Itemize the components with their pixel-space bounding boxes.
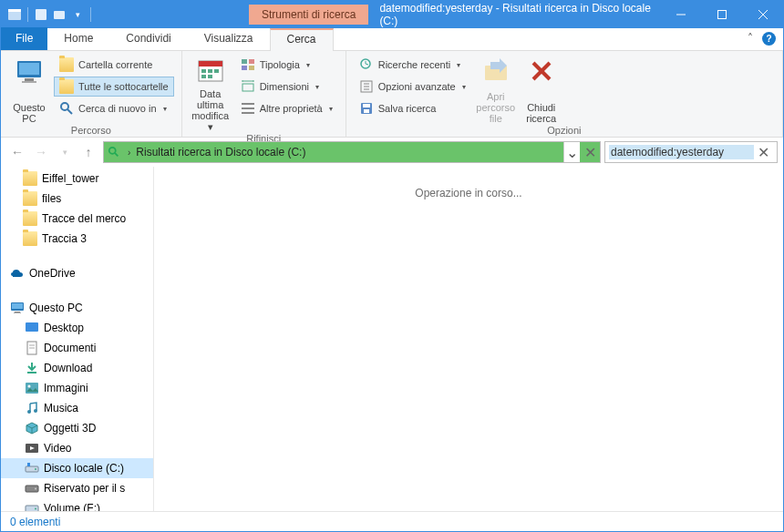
advanced-options-button[interactable]: Opzioni avanzate ▾ <box>354 77 471 97</box>
tree-item-label: Video <box>44 442 71 455</box>
calendar-icon <box>196 56 225 86</box>
ribbon-group-opzioni: Ricerche recenti ▾ Opzioni avanzate ▾ Sa… <box>346 51 783 137</box>
all-subfolders-label: Tutte le sottocartelle <box>78 81 169 92</box>
tree-item-downloads[interactable]: Download <box>1 358 153 378</box>
svg-point-57 <box>28 385 31 388</box>
nav-back-button[interactable]: ← <box>6 141 28 163</box>
folder-icon <box>23 211 37 226</box>
search-query-text[interactable]: datemodified:yesterday <box>609 145 754 159</box>
svg-rect-10 <box>25 78 34 81</box>
recent-searches-button[interactable]: Ricerche recenti ▾ <box>354 55 471 75</box>
tree-item-folder[interactable]: Traccia 3 <box>1 229 153 249</box>
svg-rect-63 <box>27 463 30 466</box>
tab-home[interactable]: Home <box>47 27 109 50</box>
address-bar[interactable]: › Risultati ricerca in Disco locale (C:)… <box>103 141 601 163</box>
music-icon <box>25 401 39 415</box>
address-refresh-stop-icon[interactable]: ✕ <box>580 142 600 162</box>
group-label-percorso: Percorso <box>8 124 174 136</box>
qa-newfolder-icon[interactable] <box>51 6 67 23</box>
tab-view[interactable]: Visualizza <box>188 27 270 50</box>
search-clear-icon[interactable]: ✕ <box>754 144 773 161</box>
loading-text: Operazione in corso... <box>415 187 521 200</box>
svg-line-13 <box>67 109 72 114</box>
monitor-icon <box>10 301 25 315</box>
chevron-down-icon: ▾ <box>329 105 333 113</box>
size-button[interactable]: Dimensioni ▾ <box>235 77 338 97</box>
navigation-pane[interactable]: Eiffel_tower files Tracce del merco Trac… <box>1 167 154 511</box>
chevron-down-icon: ▾ <box>163 105 167 113</box>
date-modified-label: Data ultima modifica <box>190 88 232 121</box>
tree-item-label: Tracce del merco <box>42 212 126 225</box>
navigation-bar: ← → ▾ ↑ › Risultati ricerca in Disco loc… <box>1 138 783 167</box>
qa-properties-icon[interactable] <box>33 6 49 23</box>
search-again-button[interactable]: Cerca di nuovo in ▾ <box>54 98 174 118</box>
drive-icon <box>25 501 39 511</box>
svg-rect-5 <box>717 11 726 19</box>
close-search-button[interactable]: Chiudi ricerca <box>521 55 562 124</box>
open-location-label: Apri percorso file <box>475 91 517 124</box>
group-label-opzioni: Opzioni <box>354 124 775 136</box>
svg-rect-15 <box>199 61 222 66</box>
tree-item-this-pc[interactable]: Questo PC <box>1 298 153 318</box>
tree-item-folder[interactable]: Tracce del merco <box>1 209 153 229</box>
tree-item-reserved[interactable]: Riservato per il s <box>1 478 153 498</box>
tree-item-videos[interactable]: Video <box>1 438 153 458</box>
svg-line-46 <box>115 153 119 157</box>
address-dropdown-icon[interactable]: ⌄ <box>563 142 580 162</box>
search-box[interactable]: datemodified:yesterday ✕ <box>604 141 778 163</box>
help-icon[interactable]: ? <box>762 32 776 46</box>
tree-item-folder[interactable]: Eiffel_tower <box>1 169 153 189</box>
video-icon <box>25 441 39 455</box>
minimize-button[interactable] <box>660 1 701 28</box>
tree-item-label: Riservato per il s <box>44 482 125 495</box>
maximize-button[interactable] <box>701 1 742 28</box>
advanced-icon <box>359 79 374 94</box>
qa-dropdown-icon[interactable]: ▾ <box>69 6 86 23</box>
tab-share[interactable]: Condividi <box>109 27 187 50</box>
other-props-label: Altre proprietà <box>260 103 323 114</box>
chevron-down-icon: ▾ <box>306 61 310 69</box>
this-pc-button[interactable]: Questo PC <box>8 55 50 124</box>
save-search-button[interactable]: Salva ricerca <box>354 98 471 118</box>
tree-item-label: Volume (F:) <box>44 502 100 511</box>
ribbon-collapse-icon[interactable]: ˄ <box>748 32 753 46</box>
svg-rect-3 <box>54 11 65 19</box>
breadcrumb-chevron-icon[interactable]: › <box>124 148 134 158</box>
tab-file[interactable]: File <box>1 27 47 50</box>
tree-item-documents[interactable]: Documenti <box>1 338 153 358</box>
tree-item-pictures[interactable]: Immagini <box>1 378 153 398</box>
tree-item-local-disk-c[interactable]: Disco locale (C:) <box>1 458 153 478</box>
other-props-button[interactable]: Altre proprietà ▾ <box>235 98 338 118</box>
recent-searches-label: Ricerche recenti <box>378 59 450 70</box>
nav-up-button[interactable]: ↑ <box>77 141 99 163</box>
svg-rect-24 <box>249 66 254 70</box>
tree-item-desktop[interactable]: Desktop <box>1 318 153 338</box>
tab-search[interactable]: Cerca <box>270 28 334 51</box>
search-again-label: Cerca di nuovo in <box>78 103 157 114</box>
nav-history-dropdown[interactable]: ▾ <box>54 141 76 163</box>
ribbon-tabstrip: File Home Condividi Visualizza Cerca ˄ ? <box>1 28 783 51</box>
svg-rect-17 <box>208 69 212 73</box>
type-button[interactable]: Tipologia ▾ <box>235 55 338 75</box>
svg-rect-30 <box>242 107 254 109</box>
current-folder-button[interactable]: Cartella corrente <box>54 55 174 75</box>
date-modified-button[interactable]: Data ultima modifica ▾ <box>190 55 232 132</box>
download-icon <box>25 361 39 375</box>
svg-rect-11 <box>22 81 36 83</box>
tree-item-label: Download <box>44 362 92 374</box>
svg-rect-50 <box>14 312 21 313</box>
svg-rect-22 <box>249 59 254 64</box>
current-folder-label: Cartella corrente <box>78 59 152 70</box>
tree-item-folder[interactable]: files <box>1 189 153 209</box>
all-subfolders-button[interactable]: Tutte le sottocartelle <box>54 77 174 97</box>
clock-search-icon <box>359 57 374 72</box>
tree-item-3d-objects[interactable]: Oggetti 3D <box>1 418 153 438</box>
explorer-icon <box>6 6 23 23</box>
close-button[interactable] <box>742 1 783 28</box>
svg-rect-18 <box>214 69 219 73</box>
address-text[interactable]: Risultati ricerca in Disco locale (C:) <box>134 146 563 159</box>
tree-item-music[interactable]: Musica <box>1 398 153 418</box>
tree-item-onedrive[interactable]: OneDrive <box>1 263 153 283</box>
tree-item-volume-f[interactable]: Volume (F:) <box>1 498 153 511</box>
tree-item-label: Musica <box>44 402 78 414</box>
